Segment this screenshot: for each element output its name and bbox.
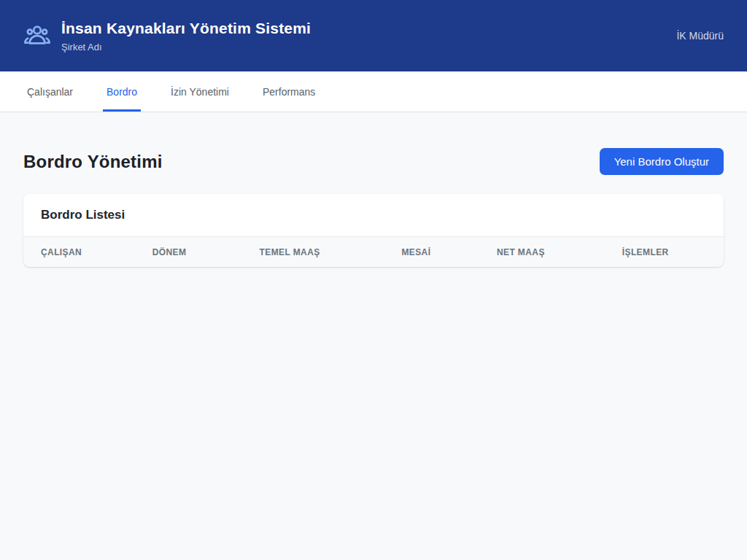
tab-izin-yonetimi[interactable]: İzin Yönetimi: [167, 71, 233, 112]
column-mesai: MESAİ: [401, 237, 497, 267]
app-title: İnsan Kaynakları Yönetim Sistemi: [61, 19, 311, 37]
column-islemler: İŞLEMLER: [622, 237, 724, 267]
user-role-label: İK Müdürü: [676, 30, 724, 42]
brand-text: İnsan Kaynakları Yönetim Sistemi Şirket …: [61, 19, 311, 52]
column-calisan: ÇALIŞAN: [23, 237, 152, 267]
new-payroll-button[interactable]: Yeni Bordro Oluştur: [600, 148, 724, 175]
app-header: İnsan Kaynakları Yönetim Sistemi Şirket …: [0, 0, 747, 71]
column-net-maas: NET MAAŞ: [497, 237, 622, 267]
table-header-row: ÇALIŞAN DÖNEM TEMEL MAAŞ MESAİ NET MAAŞ …: [23, 237, 724, 267]
tab-calisanlar[interactable]: Çalışanlar: [23, 71, 77, 112]
column-temel-maas: TEMEL MAAŞ: [260, 237, 402, 267]
tab-performans[interactable]: Performans: [259, 71, 319, 112]
company-name: Şirket Adı: [61, 42, 311, 52]
brand: İnsan Kaynakları Yönetim Sistemi Şirket …: [23, 19, 311, 52]
people-group-icon: [23, 22, 51, 50]
page-title: Bordro Yönetimi: [23, 152, 163, 172]
card-title: Bordro Listesi: [23, 194, 724, 237]
payroll-table-header: ÇALIŞAN DÖNEM TEMEL MAAŞ MESAİ NET MAAŞ …: [23, 237, 724, 267]
main-content: Bordro Yönetimi Yeni Bordro Oluştur Bord…: [0, 112, 747, 290]
payroll-list-card: Bordro Listesi ÇALIŞAN DÖNEM TEMEL MAAŞ …: [23, 194, 724, 267]
payroll-table: ÇALIŞAN DÖNEM TEMEL MAAŞ MESAİ NET MAAŞ …: [23, 237, 724, 267]
tab-bordro[interactable]: Bordro: [103, 71, 141, 112]
main-nav: Çalışanlar Bordro İzin Yönetimi Performa…: [0, 71, 747, 112]
column-donem: DÖNEM: [152, 237, 260, 267]
page-header: Bordro Yönetimi Yeni Bordro Oluştur: [23, 148, 724, 175]
